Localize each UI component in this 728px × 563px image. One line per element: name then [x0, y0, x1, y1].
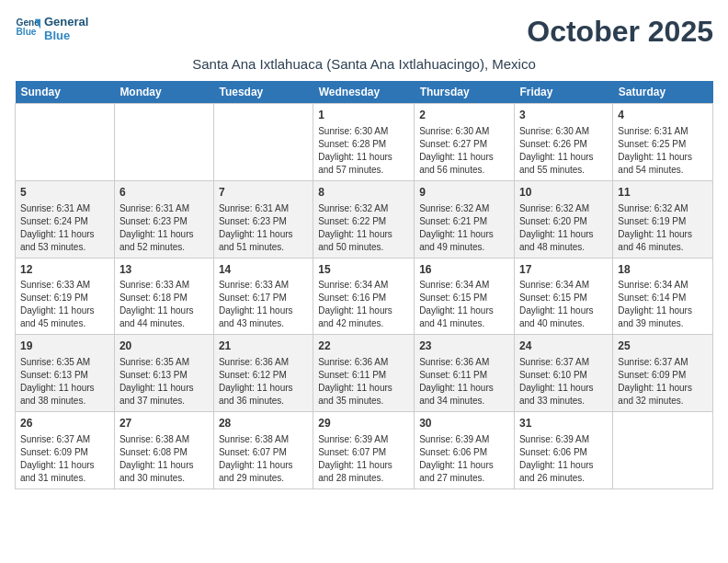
day-number: 6 [119, 185, 209, 201]
day-info: Daylight: 11 hours and 42 minutes. [318, 304, 409, 330]
day-info: Daylight: 11 hours and 56 minutes. [419, 151, 509, 177]
day-info: Sunset: 6:16 PM [318, 292, 409, 304]
weekday-tuesday: Tuesday [213, 81, 313, 104]
calendar-cell: 8Sunrise: 6:32 AMSunset: 6:22 PMDaylight… [313, 180, 415, 258]
day-number: 25 [618, 339, 708, 354]
day-number: 8 [318, 185, 409, 201]
calendar-cell: 5Sunrise: 6:31 AMSunset: 6:24 PMDaylight… [16, 180, 115, 258]
day-info: Sunrise: 6:38 AM [119, 433, 209, 446]
day-info: Sunrise: 6:36 AM [219, 356, 308, 369]
calendar-cell: 24Sunrise: 6:37 AMSunset: 6:10 PMDayligh… [514, 335, 612, 412]
day-info: Daylight: 11 hours and 54 minutes. [618, 151, 708, 177]
day-info: Sunset: 6:24 PM [20, 215, 109, 228]
calendar-cell: 3Sunrise: 6:30 AMSunset: 6:26 PMDaylight… [514, 104, 612, 181]
day-info: Sunset: 6:17 PM [219, 292, 308, 304]
calendar-cell [16, 104, 115, 181]
calendar-cell: 30Sunrise: 6:39 AMSunset: 6:06 PMDayligh… [415, 412, 515, 489]
calendar-body: 1Sunrise: 6:30 AMSunset: 6:28 PMDaylight… [16, 104, 713, 489]
day-info: Sunset: 6:07 PM [219, 446, 308, 459]
day-info: Sunrise: 6:36 AM [318, 356, 409, 369]
calendar-cell [213, 104, 313, 181]
day-info: Daylight: 11 hours and 45 minutes. [20, 304, 109, 330]
day-info: Daylight: 11 hours and 30 minutes. [119, 459, 209, 485]
calendar-cell: 23Sunrise: 6:36 AMSunset: 6:11 PMDayligh… [415, 335, 515, 412]
day-info: Sunrise: 6:36 AM [419, 356, 509, 369]
day-info: Sunset: 6:10 PM [519, 369, 608, 382]
calendar-cell: 14Sunrise: 6:33 AMSunset: 6:17 PMDayligh… [213, 258, 313, 335]
day-info: Daylight: 11 hours and 53 minutes. [20, 228, 109, 254]
day-number: 4 [618, 108, 708, 123]
day-info: Sunrise: 6:30 AM [419, 125, 509, 138]
day-info: Daylight: 11 hours and 27 minutes. [419, 459, 509, 485]
calendar-cell: 11Sunrise: 6:32 AMSunset: 6:19 PMDayligh… [613, 180, 713, 258]
day-info: Daylight: 11 hours and 48 minutes. [519, 228, 608, 254]
calendar-cell: 7Sunrise: 6:31 AMSunset: 6:23 PMDaylight… [213, 180, 313, 258]
day-number: 9 [419, 185, 509, 201]
day-info: Sunrise: 6:30 AM [318, 125, 409, 138]
calendar-cell: 31Sunrise: 6:39 AMSunset: 6:06 PMDayligh… [514, 412, 612, 489]
day-number: 18 [618, 262, 708, 278]
day-info: Sunrise: 6:31 AM [219, 202, 308, 215]
day-number: 11 [618, 185, 708, 201]
day-number: 13 [119, 262, 209, 278]
day-info: Sunrise: 6:34 AM [519, 279, 608, 292]
day-info: Daylight: 11 hours and 55 minutes. [519, 151, 608, 177]
calendar-cell: 28Sunrise: 6:38 AMSunset: 6:07 PMDayligh… [213, 412, 313, 489]
day-number: 15 [318, 262, 409, 278]
calendar-cell: 29Sunrise: 6:39 AMSunset: 6:07 PMDayligh… [313, 412, 415, 489]
day-number: 10 [519, 185, 608, 201]
day-info: Sunrise: 6:30 AM [519, 125, 608, 138]
day-info: Sunrise: 6:33 AM [119, 279, 209, 292]
day-info: Sunset: 6:13 PM [20, 369, 109, 382]
day-info: Sunrise: 6:34 AM [618, 279, 708, 292]
day-number: 2 [419, 108, 509, 123]
day-info: Daylight: 11 hours and 31 minutes. [20, 459, 109, 485]
day-info: Daylight: 11 hours and 32 minutes. [618, 382, 708, 408]
week-row-5: 26Sunrise: 6:37 AMSunset: 6:09 PMDayligh… [16, 412, 713, 489]
day-info: Daylight: 11 hours and 34 minutes. [419, 382, 509, 408]
calendar-cell: 1Sunrise: 6:30 AMSunset: 6:28 PMDaylight… [313, 104, 415, 181]
month-title: October 2025 [527, 15, 713, 49]
day-number: 1 [318, 108, 409, 123]
day-number: 16 [419, 262, 509, 278]
day-info: Sunrise: 6:32 AM [419, 202, 509, 215]
weekday-sunday: Sunday [16, 81, 115, 104]
calendar-cell: 6Sunrise: 6:31 AMSunset: 6:23 PMDaylight… [114, 180, 213, 258]
day-info: Sunrise: 6:38 AM [219, 433, 308, 446]
calendar-cell: 9Sunrise: 6:32 AMSunset: 6:21 PMDaylight… [415, 180, 515, 258]
logo-icon: General Blue [15, 15, 40, 40]
weekday-friday: Friday [514, 81, 612, 104]
day-number: 21 [219, 339, 308, 354]
day-info: Daylight: 11 hours and 44 minutes. [119, 304, 209, 330]
day-info: Sunset: 6:09 PM [618, 369, 708, 382]
day-info: Sunrise: 6:35 AM [20, 356, 109, 369]
day-info: Daylight: 11 hours and 41 minutes. [419, 304, 509, 330]
weekday-header-row: SundayMondayTuesdayWednesdayThursdayFrid… [16, 81, 713, 104]
day-info: Sunrise: 6:33 AM [219, 279, 308, 292]
calendar-cell: 12Sunrise: 6:33 AMSunset: 6:19 PMDayligh… [16, 258, 115, 335]
calendar-cell: 2Sunrise: 6:30 AMSunset: 6:27 PMDaylight… [415, 104, 515, 181]
logo-line1: General [44, 15, 88, 29]
weekday-monday: Monday [114, 81, 213, 104]
week-row-4: 19Sunrise: 6:35 AMSunset: 6:13 PMDayligh… [16, 335, 713, 412]
day-number: 5 [20, 185, 109, 201]
calendar-cell: 17Sunrise: 6:34 AMSunset: 6:15 PMDayligh… [514, 258, 612, 335]
day-info: Daylight: 11 hours and 52 minutes. [119, 228, 209, 254]
day-info: Sunset: 6:09 PM [20, 446, 109, 459]
logo-line2: Blue [44, 29, 88, 42]
day-info: Sunset: 6:14 PM [618, 292, 708, 304]
calendar-cell: 20Sunrise: 6:35 AMSunset: 6:13 PMDayligh… [114, 335, 213, 412]
day-number: 17 [519, 262, 608, 278]
day-info: Daylight: 11 hours and 57 minutes. [318, 151, 409, 177]
day-info: Sunset: 6:20 PM [519, 215, 608, 228]
day-info: Sunrise: 6:37 AM [519, 356, 608, 369]
calendar-cell: 21Sunrise: 6:36 AMSunset: 6:12 PMDayligh… [213, 335, 313, 412]
calendar-cell: 18Sunrise: 6:34 AMSunset: 6:14 PMDayligh… [613, 258, 713, 335]
week-row-1: 1Sunrise: 6:30 AMSunset: 6:28 PMDaylight… [16, 104, 713, 181]
calendar-cell [613, 412, 713, 489]
day-info: Sunset: 6:15 PM [419, 292, 509, 304]
top-section: General Blue General Blue October 2025 [15, 15, 713, 52]
calendar-cell: 13Sunrise: 6:33 AMSunset: 6:18 PMDayligh… [114, 258, 213, 335]
day-number: 3 [519, 108, 608, 123]
day-number: 24 [519, 339, 608, 354]
